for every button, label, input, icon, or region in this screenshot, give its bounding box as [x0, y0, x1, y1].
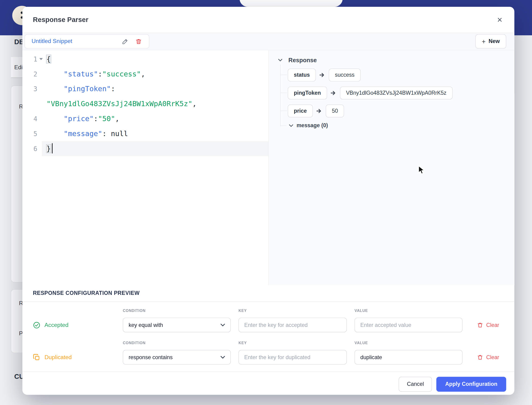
line-number: 6 [22, 141, 37, 156]
code-token [47, 85, 64, 93]
preview-config: CONDITION KEY VALUE Accepted key equal w… [22, 302, 514, 371]
code-token: "price" [64, 115, 93, 123]
code-line[interactable]: 3 "pingToken": "VBny1dlGo483ZVsJj24BW1xW… [22, 81, 268, 111]
tree-collapsed-label: message (0) [297, 122, 328, 128]
accepted-status: Accepted [33, 321, 115, 329]
config-labels-row: CONDITION KEY VALUE [22, 340, 514, 345]
accepted-config-row: Accepted key equal with Clear [22, 318, 514, 332]
snippet-name[interactable]: Untitled Snippet [32, 38, 120, 45]
code-token: : [111, 85, 120, 93]
code-token [47, 70, 64, 78]
duplicated-clear-button[interactable]: Clear [470, 354, 514, 360]
modal-header: Response Parser × [22, 7, 514, 33]
code-line[interactable]: 5 "message": null [22, 126, 268, 141]
cancel-button[interactable]: Cancel [399, 377, 432, 392]
accepted-value-input[interactable] [355, 318, 463, 332]
modal-title: Response Parser [33, 16, 494, 23]
tree-key-chip[interactable]: price [288, 104, 313, 117]
duplicated-key-input[interactable] [239, 350, 347, 364]
code-token: , [115, 115, 120, 123]
code-token: , [192, 100, 197, 108]
mouse-cursor [418, 166, 427, 175]
accepted-condition-select[interactable]: key equal with [123, 318, 231, 332]
code-token: } [47, 144, 51, 153]
arrow-right-icon [316, 108, 322, 113]
trash-icon [477, 354, 483, 360]
snippet-box[interactable]: Untitled Snippet [25, 34, 149, 49]
duplicated-status-label: Duplicated [44, 354, 72, 361]
code-token: , [141, 70, 145, 78]
modal-footer: Cancel Apply Configuration [22, 371, 514, 395]
preview-heading: RESPONSE CONFIGURATION PREVIEW [33, 290, 140, 296]
snippet-toolbar: Untitled Snippet + New [22, 33, 514, 50]
duplicated-condition-value: response contains [129, 354, 220, 360]
accepted-clear-button[interactable]: Clear [470, 322, 514, 328]
chevron-down-icon[interactable] [278, 57, 283, 63]
response-tree: Response statussuccesspingTokenVBny1dlGo… [269, 50, 514, 285]
check-circle-icon [33, 321, 40, 329]
code-token: { [47, 55, 51, 63]
accepted-status-label: Accepted [44, 322, 68, 328]
clear-button-label: Clear [486, 354, 499, 360]
edit-pencil-icon[interactable] [120, 37, 129, 46]
fold-caret-icon[interactable] [39, 58, 43, 60]
code-token: "success" [102, 70, 141, 78]
duplicated-condition-select[interactable]: response contains [123, 350, 231, 364]
tree-connector [280, 65, 280, 126]
tree-root-row[interactable]: Response [269, 55, 514, 65]
chevron-down-icon [220, 354, 226, 360]
value-label: VALUE [355, 308, 463, 312]
code-token: : [94, 115, 98, 123]
tree-key-chip[interactable]: status [288, 68, 316, 81]
screen: DE Edi R R P CU Response Parser × Untitl… [0, 0, 532, 405]
bg-panel [11, 289, 23, 353]
line-number: 5 [22, 126, 37, 141]
tree-connector [280, 111, 287, 111]
apply-configuration-button[interactable]: Apply Configuration [436, 377, 506, 392]
new-snippet-button[interactable]: + New [475, 34, 506, 49]
tree-row: pingTokenVBny1dlGo483ZVsJj24BW1xWpA0RrK5… [278, 84, 514, 102]
text-caret [52, 143, 53, 154]
clear-button-label: Clear [486, 322, 499, 328]
line-number: 2 [22, 66, 37, 81]
close-icon[interactable]: × [494, 14, 505, 26]
trash-icon [477, 322, 483, 328]
duplicated-status: Duplicated [33, 354, 115, 361]
tree-connector [280, 74, 287, 75]
line-number: 3 [22, 81, 37, 96]
new-button-label: New [489, 38, 500, 44]
condition-label: CONDITION [123, 308, 231, 312]
value-label: VALUE [355, 341, 463, 345]
tree-root-label: Response [288, 57, 317, 64]
code-token: "pingToken" [64, 85, 111, 93]
arrow-right-icon [319, 72, 325, 77]
code-token: null [111, 129, 128, 138]
accepted-key-input[interactable] [239, 318, 347, 332]
json-editor[interactable]: 1{2 "status":"success",3 "pingToken": "V… [22, 50, 269, 285]
code-token: "50" [98, 115, 115, 123]
code-line[interactable]: 6} [22, 141, 268, 156]
modal-body: 1{2 "status":"success",3 "pingToken": "V… [22, 50, 514, 285]
tree-collapsed-row[interactable]: message (0) [278, 121, 514, 131]
line-number: 1 [22, 52, 37, 67]
tree-value-chip[interactable]: success [329, 68, 361, 81]
tree-row: price50 [278, 102, 514, 120]
code-lines: 1{2 "status":"success",3 "pingToken": "V… [22, 52, 268, 156]
tree-value-chip[interactable]: 50 [326, 104, 344, 117]
delete-trash-icon[interactable] [134, 37, 143, 46]
code-line[interactable]: 4 "price":"50", [22, 111, 268, 126]
duplicated-value-input[interactable] [355, 350, 463, 364]
tree-key-chip[interactable]: pingToken [288, 86, 327, 99]
code-token: "status" [64, 70, 98, 78]
copy-icon [33, 354, 40, 361]
code-token: : [98, 70, 102, 78]
code-token: "VBny1dlGo483ZVsJj24BW1xWpA0RrK5z" [47, 100, 192, 108]
tree-value-chip[interactable]: VBny1dlGo483ZVsJj24BW1xWpA0RrK5z [340, 86, 452, 99]
code-line[interactable]: 1{ [22, 52, 268, 67]
chevron-down-icon[interactable] [288, 123, 294, 128]
plus-icon: + [482, 38, 485, 45]
code-token [47, 115, 64, 123]
bg-panel [11, 86, 23, 283]
code-line[interactable]: 2 "status":"success", [22, 66, 268, 81]
line-number: 4 [22, 111, 37, 126]
